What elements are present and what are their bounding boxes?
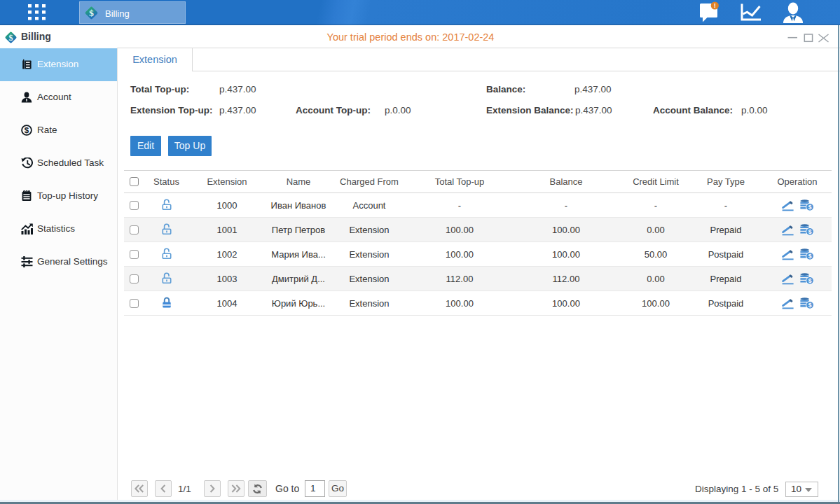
svg-text:$: $ xyxy=(9,33,13,43)
svg-text:$: $ xyxy=(89,8,94,18)
svg-text:!: ! xyxy=(714,2,716,9)
svg-text:$: $ xyxy=(25,126,29,134)
